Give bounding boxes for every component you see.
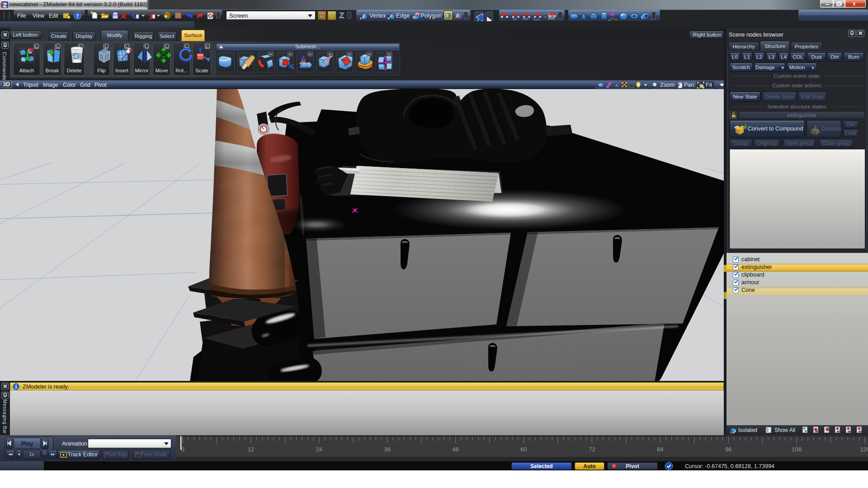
svg-text:72: 72 <box>589 446 595 453</box>
svg-text:12: 12 <box>248 446 254 453</box>
svg-text:Y: Y <box>330 12 335 19</box>
svg-text:36: 36 <box>384 446 390 453</box>
svg-text:84: 84 <box>657 446 663 453</box>
svg-text:X: X <box>320 12 325 19</box>
svg-text:?: ? <box>76 13 79 19</box>
svg-text:24: 24 <box>316 446 322 453</box>
svg-text:108: 108 <box>792 446 802 453</box>
svg-text:120: 120 <box>860 446 868 453</box>
svg-text:Z: Z <box>340 11 344 20</box>
svg-text:0: 0 <box>181 446 184 453</box>
svg-text:96: 96 <box>725 446 731 453</box>
svg-text:60: 60 <box>520 446 527 453</box>
svg-text:48: 48 <box>452 446 458 453</box>
